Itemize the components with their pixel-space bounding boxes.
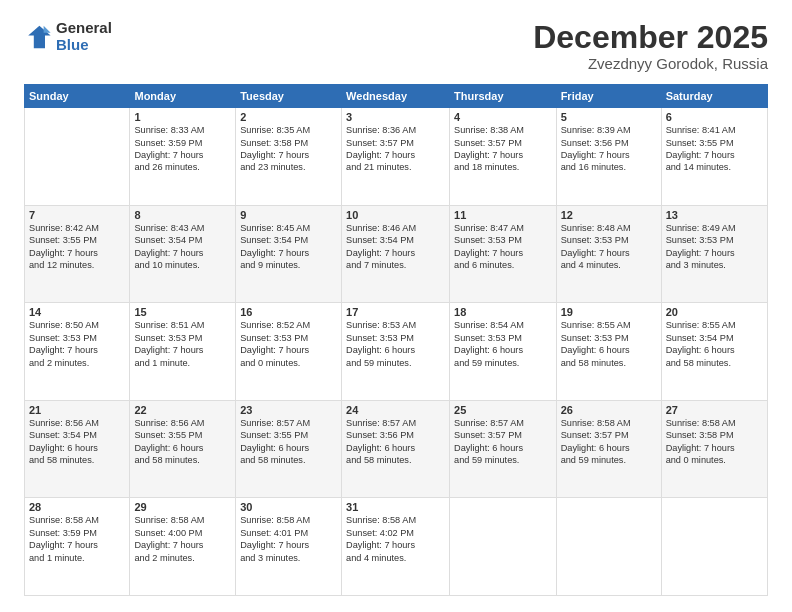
logo-general: General	[56, 20, 112, 37]
day-number: 31	[346, 501, 445, 513]
day-info: Sunrise: 8:39 AMSunset: 3:56 PMDaylight:…	[561, 124, 657, 174]
day-number: 30	[240, 501, 337, 513]
calendar-cell: 18Sunrise: 8:54 AMSunset: 3:53 PMDayligh…	[450, 303, 557, 401]
calendar-cell: 23Sunrise: 8:57 AMSunset: 3:55 PMDayligh…	[236, 400, 342, 498]
day-info: Sunrise: 8:54 AMSunset: 3:53 PMDaylight:…	[454, 319, 552, 369]
day-info: Sunrise: 8:58 AMSunset: 3:57 PMDaylight:…	[561, 417, 657, 467]
calendar-cell: 29Sunrise: 8:58 AMSunset: 4:00 PMDayligh…	[130, 498, 236, 596]
calendar-cell: 14Sunrise: 8:50 AMSunset: 3:53 PMDayligh…	[25, 303, 130, 401]
calendar-week-5: 28Sunrise: 8:58 AMSunset: 3:59 PMDayligh…	[25, 498, 768, 596]
calendar-cell: 7Sunrise: 8:42 AMSunset: 3:55 PMDaylight…	[25, 205, 130, 303]
calendar-cell: 6Sunrise: 8:41 AMSunset: 3:55 PMDaylight…	[661, 108, 767, 206]
logo-icon	[24, 23, 52, 51]
column-header-friday: Friday	[556, 85, 661, 108]
day-info: Sunrise: 8:38 AMSunset: 3:57 PMDaylight:…	[454, 124, 552, 174]
calendar-cell: 10Sunrise: 8:46 AMSunset: 3:54 PMDayligh…	[342, 205, 450, 303]
day-info: Sunrise: 8:53 AMSunset: 3:53 PMDaylight:…	[346, 319, 445, 369]
day-info: Sunrise: 8:56 AMSunset: 3:54 PMDaylight:…	[29, 417, 125, 467]
day-number: 5	[561, 111, 657, 123]
day-number: 26	[561, 404, 657, 416]
calendar-cell: 28Sunrise: 8:58 AMSunset: 3:59 PMDayligh…	[25, 498, 130, 596]
day-info: Sunrise: 8:48 AMSunset: 3:53 PMDaylight:…	[561, 222, 657, 272]
calendar-cell: 13Sunrise: 8:49 AMSunset: 3:53 PMDayligh…	[661, 205, 767, 303]
day-info: Sunrise: 8:55 AMSunset: 3:53 PMDaylight:…	[561, 319, 657, 369]
calendar-cell: 12Sunrise: 8:48 AMSunset: 3:53 PMDayligh…	[556, 205, 661, 303]
title-area: December 2025 Zvezdnyy Gorodok, Russia	[533, 20, 768, 72]
day-info: Sunrise: 8:56 AMSunset: 3:55 PMDaylight:…	[134, 417, 231, 467]
day-info: Sunrise: 8:47 AMSunset: 3:53 PMDaylight:…	[454, 222, 552, 272]
day-number: 15	[134, 306, 231, 318]
calendar-cell	[450, 498, 557, 596]
day-info: Sunrise: 8:49 AMSunset: 3:53 PMDaylight:…	[666, 222, 763, 272]
calendar-cell: 5Sunrise: 8:39 AMSunset: 3:56 PMDaylight…	[556, 108, 661, 206]
calendar-cell: 31Sunrise: 8:58 AMSunset: 4:02 PMDayligh…	[342, 498, 450, 596]
day-info: Sunrise: 8:51 AMSunset: 3:53 PMDaylight:…	[134, 319, 231, 369]
calendar-cell	[25, 108, 130, 206]
svg-marker-0	[28, 25, 50, 47]
day-number: 18	[454, 306, 552, 318]
day-info: Sunrise: 8:36 AMSunset: 3:57 PMDaylight:…	[346, 124, 445, 174]
calendar-cell	[661, 498, 767, 596]
day-number: 24	[346, 404, 445, 416]
column-header-wednesday: Wednesday	[342, 85, 450, 108]
day-number: 16	[240, 306, 337, 318]
day-number: 6	[666, 111, 763, 123]
calendar-cell	[556, 498, 661, 596]
day-info: Sunrise: 8:43 AMSunset: 3:54 PMDaylight:…	[134, 222, 231, 272]
day-info: Sunrise: 8:33 AMSunset: 3:59 PMDaylight:…	[134, 124, 231, 174]
calendar-cell: 3Sunrise: 8:36 AMSunset: 3:57 PMDaylight…	[342, 108, 450, 206]
day-number: 11	[454, 209, 552, 221]
day-info: Sunrise: 8:41 AMSunset: 3:55 PMDaylight:…	[666, 124, 763, 174]
day-info: Sunrise: 8:58 AMSunset: 3:58 PMDaylight:…	[666, 417, 763, 467]
calendar-week-1: 1Sunrise: 8:33 AMSunset: 3:59 PMDaylight…	[25, 108, 768, 206]
day-info: Sunrise: 8:42 AMSunset: 3:55 PMDaylight:…	[29, 222, 125, 272]
calendar-cell: 15Sunrise: 8:51 AMSunset: 3:53 PMDayligh…	[130, 303, 236, 401]
day-number: 27	[666, 404, 763, 416]
calendar-cell: 9Sunrise: 8:45 AMSunset: 3:54 PMDaylight…	[236, 205, 342, 303]
day-number: 28	[29, 501, 125, 513]
day-info: Sunrise: 8:58 AMSunset: 3:59 PMDaylight:…	[29, 514, 125, 564]
column-header-thursday: Thursday	[450, 85, 557, 108]
day-info: Sunrise: 8:58 AMSunset: 4:02 PMDaylight:…	[346, 514, 445, 564]
calendar-cell: 21Sunrise: 8:56 AMSunset: 3:54 PMDayligh…	[25, 400, 130, 498]
location-title: Zvezdnyy Gorodok, Russia	[533, 55, 768, 72]
day-info: Sunrise: 8:57 AMSunset: 3:56 PMDaylight:…	[346, 417, 445, 467]
day-number: 4	[454, 111, 552, 123]
svg-marker-1	[44, 25, 51, 32]
calendar-week-4: 21Sunrise: 8:56 AMSunset: 3:54 PMDayligh…	[25, 400, 768, 498]
day-number: 13	[666, 209, 763, 221]
day-info: Sunrise: 8:57 AMSunset: 3:57 PMDaylight:…	[454, 417, 552, 467]
logo: General Blue	[24, 20, 112, 53]
day-number: 14	[29, 306, 125, 318]
calendar-week-3: 14Sunrise: 8:50 AMSunset: 3:53 PMDayligh…	[25, 303, 768, 401]
calendar-cell: 11Sunrise: 8:47 AMSunset: 3:53 PMDayligh…	[450, 205, 557, 303]
calendar-cell: 27Sunrise: 8:58 AMSunset: 3:58 PMDayligh…	[661, 400, 767, 498]
column-header-tuesday: Tuesday	[236, 85, 342, 108]
day-number: 1	[134, 111, 231, 123]
day-info: Sunrise: 8:35 AMSunset: 3:58 PMDaylight:…	[240, 124, 337, 174]
calendar-header-row: SundayMondayTuesdayWednesdayThursdayFrid…	[25, 85, 768, 108]
calendar-cell: 4Sunrise: 8:38 AMSunset: 3:57 PMDaylight…	[450, 108, 557, 206]
month-title: December 2025	[533, 20, 768, 55]
calendar-cell: 24Sunrise: 8:57 AMSunset: 3:56 PMDayligh…	[342, 400, 450, 498]
column-header-sunday: Sunday	[25, 85, 130, 108]
calendar-cell: 22Sunrise: 8:56 AMSunset: 3:55 PMDayligh…	[130, 400, 236, 498]
calendar-table: SundayMondayTuesdayWednesdayThursdayFrid…	[24, 84, 768, 596]
day-number: 17	[346, 306, 445, 318]
logo-blue: Blue	[56, 37, 112, 54]
day-info: Sunrise: 8:57 AMSunset: 3:55 PMDaylight:…	[240, 417, 337, 467]
logo-text: General Blue	[56, 20, 112, 53]
calendar-cell: 30Sunrise: 8:58 AMSunset: 4:01 PMDayligh…	[236, 498, 342, 596]
calendar-cell: 2Sunrise: 8:35 AMSunset: 3:58 PMDaylight…	[236, 108, 342, 206]
day-number: 7	[29, 209, 125, 221]
day-number: 3	[346, 111, 445, 123]
day-info: Sunrise: 8:52 AMSunset: 3:53 PMDaylight:…	[240, 319, 337, 369]
calendar-week-2: 7Sunrise: 8:42 AMSunset: 3:55 PMDaylight…	[25, 205, 768, 303]
day-number: 29	[134, 501, 231, 513]
day-number: 9	[240, 209, 337, 221]
day-number: 22	[134, 404, 231, 416]
calendar-cell: 16Sunrise: 8:52 AMSunset: 3:53 PMDayligh…	[236, 303, 342, 401]
day-number: 8	[134, 209, 231, 221]
day-info: Sunrise: 8:46 AMSunset: 3:54 PMDaylight:…	[346, 222, 445, 272]
calendar-cell: 20Sunrise: 8:55 AMSunset: 3:54 PMDayligh…	[661, 303, 767, 401]
